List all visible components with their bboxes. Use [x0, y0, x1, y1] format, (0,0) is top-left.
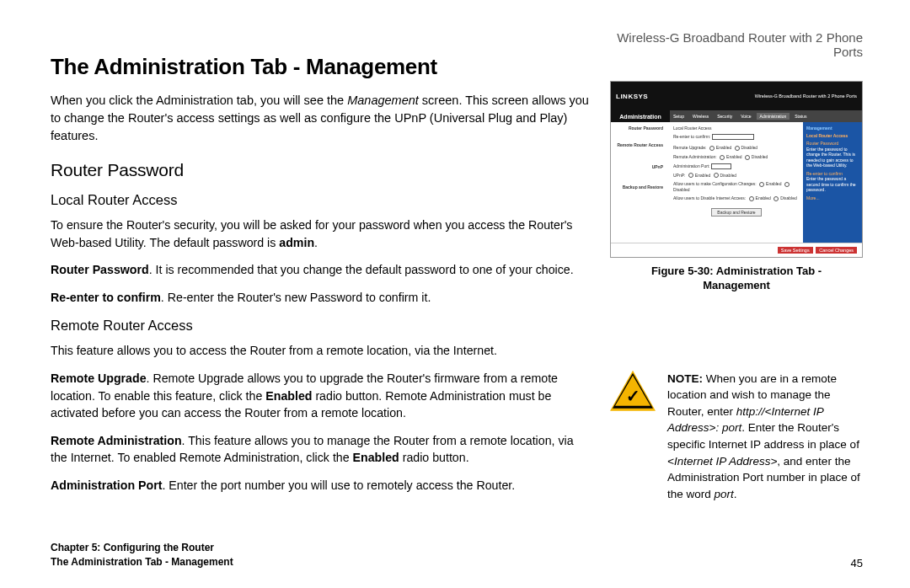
shot-tab: Status — [791, 113, 810, 120]
shot-left: Backup and Restore — [614, 184, 666, 190]
local-p1-end: . — [314, 236, 318, 249]
note-text: NOTE: When you are in a remote location … — [667, 371, 863, 503]
note-end: . — [734, 488, 737, 500]
shot-section: Administration — [611, 114, 670, 120]
remote-p1: This feature allows you to access the Ro… — [51, 342, 592, 360]
shot-backup-btn: Backup and Restore — [711, 208, 761, 216]
shot-help-text: Enter the password to change the Router.… — [806, 147, 859, 168]
shot-tab: Security — [714, 113, 736, 120]
shot-tab-active: Administration — [757, 113, 790, 120]
shot-left: Remote Router Access — [614, 142, 666, 147]
remote-p2-a: Remote Upgrade — [51, 372, 147, 385]
local-p3-b: . Re-enter the Router's new Password to … — [161, 291, 431, 304]
remote-p4-a: Administration Port — [51, 478, 162, 492]
footer-chapter: Chapter 5: Configuring the Router — [51, 541, 233, 555]
remote-p4: Administration Port. Enter the port numb… — [51, 477, 592, 494]
shot-save-btn: Save Settings — [778, 247, 813, 254]
shot-left: Router Password — [614, 126, 666, 131]
shot-more: More... — [806, 195, 859, 201]
shot-enabled: Enabled — [726, 154, 741, 159]
shot-tab: Setup — [670, 113, 688, 120]
local-p2-a: Router Password — [51, 263, 149, 276]
shot-enabled: Enabled — [716, 145, 731, 150]
footer-left: Chapter 5: Configuring the Router The Ad… — [51, 541, 233, 569]
local-p2-b: . It is recommended that you change the … — [149, 263, 574, 276]
shot-row: Remote Administration: — [673, 154, 717, 159]
shot-row: UPnP: — [673, 173, 685, 178]
remote-p3-bold: Enabled — [353, 451, 399, 464]
shot-disabled: Disabled — [720, 173, 736, 178]
local-p1: To ensure the Router's security, you wil… — [51, 216, 592, 251]
note-ital3: port — [715, 488, 734, 500]
subsection-remote-access: Remote Router Access — [51, 318, 592, 334]
figcap-b: Management — [703, 279, 769, 291]
doc-header-right: Wireless-G Broadband Router with 2 Phone… — [610, 30, 863, 59]
shot-row: Allow users to Disable Internet Access: — [673, 195, 746, 200]
shot-tab: Wireless — [689, 113, 712, 120]
shot-row: Remote Upgrade: — [673, 145, 706, 150]
note-ital2: <Internet IP Address> — [667, 455, 777, 468]
remote-p2: Remote Upgrade. Remote Upgrade allows yo… — [51, 370, 592, 422]
remote-p3-a: Remote Administration — [51, 434, 182, 447]
subsection-local-access: Local Router Access — [51, 192, 592, 208]
shot-row: Administration Port: — [673, 163, 710, 168]
remote-p2-bold: Enabled — [265, 389, 312, 403]
shot-row: Local Router Access — [673, 126, 712, 131]
shot-cancel-btn: Cancel Changes — [816, 247, 857, 254]
local-p2: Router Password. It is recommended that … — [51, 261, 592, 279]
shot-enabled: Enabled — [695, 173, 710, 178]
note-box: ✓ NOTE: When you are in a remote locatio… — [610, 371, 863, 503]
remote-p3-c: radio button. — [399, 451, 469, 464]
page-heading: The Administration Tab - Management — [51, 54, 592, 80]
shot-disabled: Disabled — [752, 154, 768, 159]
shot-help-text: Enter the password a second time to conf… — [806, 176, 859, 193]
shot-help-sub: Local Router Access — [806, 133, 859, 139]
warning-icon: ✓ — [610, 371, 656, 411]
local-p3: Re-enter to confirm. Re-enter the Router… — [51, 289, 592, 307]
shot-enabled: Enabled — [756, 195, 771, 200]
remote-p3: Remote Administration. This feature allo… — [51, 432, 592, 467]
shot-enabled: Enabled — [766, 181, 781, 186]
figure-screenshot: LINKSYS Wireless-G Broadband Router with… — [610, 81, 863, 258]
shot-row: Allow users to make Configuration Change… — [673, 181, 757, 186]
footer-section: The Administration Tab - Management — [51, 555, 233, 569]
shot-product: Wireless-G Broadband Router with 2 Phone… — [755, 94, 857, 99]
shot-left: UPnP — [614, 164, 666, 169]
shot-disabled: Disabled — [673, 187, 689, 192]
remote-p4-b: . Enter the port number you will use to … — [162, 478, 515, 492]
intro-paragraph: When you click the Administration tab, y… — [51, 92, 592, 145]
intro-a: When you click the Administration tab, y… — [51, 94, 347, 107]
section-router-password: Router Password — [51, 160, 592, 180]
footer-page-number: 45 — [851, 557, 863, 569]
local-p3-a: Re-enter to confirm — [51, 291, 161, 304]
figure-caption: Figure 5-30: Administration Tab - Manage… — [610, 265, 863, 293]
note-label: NOTE: — [667, 372, 703, 385]
shot-row: Re-enter to confirm: — [673, 134, 710, 139]
intro-italic: Management — [347, 94, 419, 107]
check-icon: ✓ — [626, 386, 640, 406]
figcap-a: Figure 5-30: Administration Tab - — [651, 265, 822, 277]
shot-logo: LINKSYS — [616, 93, 648, 100]
shot-disabled: Disabled — [741, 145, 757, 150]
shot-disabled: Disabled — [780, 195, 796, 200]
local-p1-bold: admin — [279, 236, 314, 249]
shot-tab: Voice — [737, 113, 754, 120]
shot-help-head: Management — [806, 126, 859, 131]
